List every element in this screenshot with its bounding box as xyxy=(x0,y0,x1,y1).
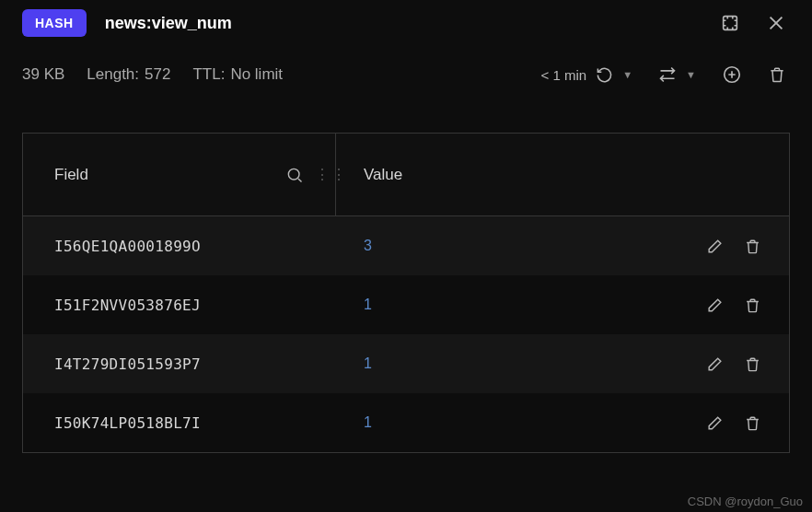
cell-value: 3 xyxy=(336,238,789,255)
table-header: Field ⋮⋮ Value xyxy=(23,134,789,216)
search-icon[interactable] xyxy=(285,166,304,184)
ttl-label: TTL: xyxy=(192,65,225,84)
delete-icon[interactable] xyxy=(744,297,761,314)
chevron-down-icon: ▼ xyxy=(622,69,632,80)
edit-icon[interactable] xyxy=(706,297,724,314)
svg-rect-0 xyxy=(724,17,737,30)
table-row[interactable]: I50K74LP0518BL7I1 xyxy=(23,393,789,452)
cell-value: 1 xyxy=(336,297,789,314)
watermark: CSDN @roydon_Guo xyxy=(688,495,803,508)
delete-key-button[interactable] xyxy=(768,65,786,84)
svg-point-2 xyxy=(288,169,299,180)
sync-icon xyxy=(658,65,677,84)
meta-row: 39 KB Length: 572 TTL: No limit < 1 min … xyxy=(0,37,812,96)
value-header-label: Value xyxy=(364,166,402,183)
table-row[interactable]: I51F2NVV053876EJ1 xyxy=(23,275,789,334)
edit-icon[interactable] xyxy=(706,238,724,255)
value-text: 1 xyxy=(364,414,372,431)
table-row[interactable]: I56QE1QA0001899O3 xyxy=(23,216,789,275)
header-bar: HASH news:view_num xyxy=(0,0,812,37)
ttl-item: TTL: No limit xyxy=(192,65,283,84)
key-name: news:view_num xyxy=(105,14,232,33)
column-header-value: Value xyxy=(336,166,789,184)
cell-field: I56QE1QA0001899O xyxy=(23,238,336,255)
length-label: Length: xyxy=(87,65,139,84)
row-actions xyxy=(706,238,761,255)
refresh-age: < 1 min xyxy=(541,67,587,83)
field-header-label: Field xyxy=(54,166,88,184)
ttl-value: No limit xyxy=(230,65,283,84)
sync-group[interactable]: ▼ xyxy=(658,65,696,84)
cell-field: I50K74LP0518BL7I xyxy=(23,414,336,432)
delete-icon[interactable] xyxy=(744,414,761,432)
refresh-group[interactable]: < 1 min ▼ xyxy=(541,66,633,84)
meta-left: 39 KB Length: 572 TTL: No limit xyxy=(22,65,283,84)
meta-right: < 1 min ▼ ▼ xyxy=(541,64,786,85)
column-resize-handle[interactable]: ⋮⋮ xyxy=(315,166,348,183)
header-left: HASH news:view_num xyxy=(22,9,232,37)
row-actions xyxy=(706,355,761,373)
cell-field: I51F2NVV053876EJ xyxy=(23,297,336,314)
delete-icon[interactable] xyxy=(744,238,761,255)
refresh-icon xyxy=(596,66,613,84)
row-actions xyxy=(706,297,761,314)
type-badge: HASH xyxy=(22,9,87,37)
table-row[interactable]: I4T279DI051593P71 xyxy=(23,334,789,393)
cell-value: 1 xyxy=(336,355,789,373)
value-text: 1 xyxy=(364,355,372,372)
edit-icon[interactable] xyxy=(706,355,724,373)
value-text: 3 xyxy=(364,238,372,254)
fullscreen-icon[interactable] xyxy=(720,13,740,33)
table-body: I56QE1QA0001899O3I51F2NVV053876EJ1I4T279… xyxy=(23,216,789,452)
cell-value: 1 xyxy=(336,414,789,432)
chevron-down-icon: ▼ xyxy=(686,69,696,80)
close-icon[interactable] xyxy=(766,13,786,33)
row-actions xyxy=(706,414,761,432)
data-table: Field ⋮⋮ Value I56QE1QA0001899O3I51F2NVV… xyxy=(22,133,790,453)
add-button[interactable] xyxy=(722,64,742,85)
length-value: 572 xyxy=(145,65,170,84)
size-value: 39 KB xyxy=(22,65,64,84)
header-right xyxy=(720,13,786,33)
length-item: Length: 572 xyxy=(87,65,170,84)
delete-icon[interactable] xyxy=(744,355,761,373)
column-header-field: Field ⋮⋮ xyxy=(23,134,336,215)
cell-field: I4T279DI051593P7 xyxy=(23,355,336,373)
edit-icon[interactable] xyxy=(706,414,724,432)
value-text: 1 xyxy=(364,297,372,313)
